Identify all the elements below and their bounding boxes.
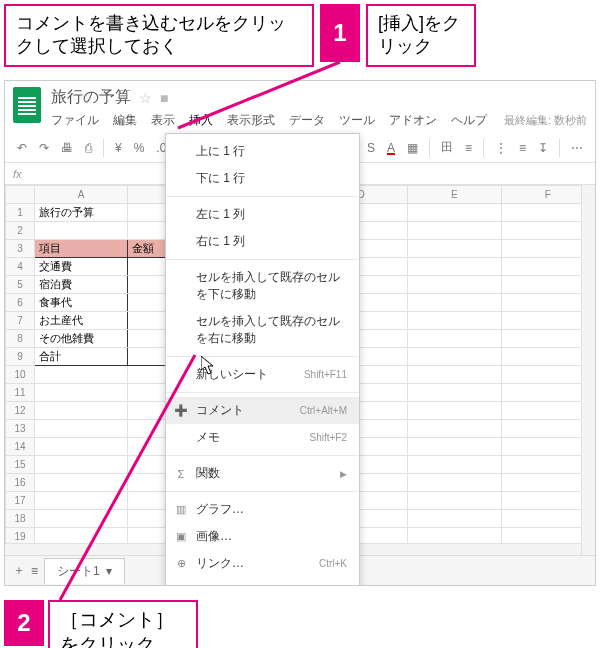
cell-A3[interactable]: 項目 [35,240,128,258]
menu-item-左に 1 列[interactable]: 左に 1 列 [166,201,359,228]
row-header-8[interactable]: 8 [6,330,35,348]
cell-A1[interactable]: 旅行の予算 [35,204,128,222]
menu-item-画像…[interactable]: ▣画像… [166,523,359,550]
cell-E4[interactable] [408,258,501,276]
add-sheet-button[interactable]: ＋ [13,562,25,579]
cell-A18[interactable] [35,510,128,528]
cell-A17[interactable] [35,492,128,510]
menu-item-新しいシート[interactable]: 新しいシートShift+F11 [166,361,359,388]
sheet-tab-1[interactable]: シート1 ▾ [44,558,125,584]
cell-E3[interactable] [408,240,501,258]
merge-button[interactable]: ≡ [461,139,476,157]
cell-A14[interactable] [35,438,128,456]
menu-データ[interactable]: データ [289,112,325,129]
row-header-11[interactable]: 11 [6,384,35,402]
menu-item-セルを挿入して既存のセルを下に移動[interactable]: セルを挿入して既存のセルを下に移動 [166,264,359,308]
cell-E8[interactable] [408,330,501,348]
cell-E14[interactable] [408,438,501,456]
cell-A4[interactable]: 交通費 [35,258,128,276]
valign-button[interactable]: ≡ [515,139,530,157]
row-header-9[interactable]: 9 [6,348,35,366]
menu-item-フォーム…[interactable]: ▭フォーム… [166,577,359,586]
cell-E12[interactable] [408,402,501,420]
cell-A16[interactable] [35,474,128,492]
menu-ヘルプ[interactable]: ヘルプ [451,112,487,129]
row-header-15[interactable]: 15 [6,456,35,474]
sheets-logo-icon[interactable] [13,87,41,123]
wrap-button[interactable]: ↧ [534,139,552,157]
cell-E15[interactable] [408,456,501,474]
row-header-1[interactable]: 1 [6,204,35,222]
menu-表示[interactable]: 表示 [151,112,175,129]
row-header-4[interactable]: 4 [6,258,35,276]
menu-item-リンク…[interactable]: ⊕リンク…Ctrl+K [166,550,359,577]
cell-A9[interactable]: 合計 [35,348,128,366]
cell-E2[interactable] [408,222,501,240]
menu-item-メモ[interactable]: メモShift+F2 [166,424,359,451]
vertical-scrollbar[interactable] [581,185,595,555]
strike-button[interactable]: S [363,139,379,157]
folder-icon[interactable]: ■ [160,90,168,106]
borders-button[interactable]: 田 [437,137,457,158]
cell-E5[interactable] [408,276,501,294]
row-header-17[interactable]: 17 [6,492,35,510]
row-header-2[interactable]: 2 [6,222,35,240]
row-header-16[interactable]: 16 [6,474,35,492]
menu-item-セルを挿入して既存のセルを右に移動[interactable]: セルを挿入して既存のセルを右に移動 [166,308,359,352]
cell-E1[interactable] [408,204,501,222]
cell-A7[interactable]: お土産代 [35,312,128,330]
cell-A10[interactable] [35,366,128,384]
row-header-6[interactable]: 6 [6,294,35,312]
menu-item-コメント[interactable]: ➕コメントCtrl+Alt+M [166,397,359,424]
cell-E7[interactable] [408,312,501,330]
row-header-14[interactable]: 14 [6,438,35,456]
cell-A11[interactable] [35,384,128,402]
row-header-5[interactable]: 5 [6,276,35,294]
cell-A12[interactable] [35,402,128,420]
menu-item-グラフ…[interactable]: ▥グラフ… [166,496,359,523]
row-header-3[interactable]: 3 [6,240,35,258]
currency-button[interactable]: ¥ [111,139,126,157]
menu-item-関数[interactable]: Σ関数▶ [166,460,359,487]
cell-A5[interactable]: 宿泊費 [35,276,128,294]
select-all-corner[interactable] [6,186,35,204]
menu-編集[interactable]: 編集 [113,112,137,129]
menu-アドオン[interactable]: アドオン [389,112,437,129]
menu-item-上に 1 行[interactable]: 上に 1 行 [166,138,359,165]
cell-E18[interactable] [408,510,501,528]
print-button[interactable]: 🖶 [57,139,77,157]
menu-挿入[interactable]: 挿入 [189,112,213,129]
menu-item-下に 1 行[interactable]: 下に 1 行 [166,165,359,192]
cell-A2[interactable] [35,222,128,240]
cell-E6[interactable] [408,294,501,312]
row-header-10[interactable]: 10 [6,366,35,384]
star-icon[interactable]: ☆ [139,90,152,106]
cell-E17[interactable] [408,492,501,510]
column-header-E[interactable]: E [408,186,501,204]
all-sheets-button[interactable]: ≡ [31,564,38,578]
paint-button[interactable]: ⎙ [81,139,96,157]
cell-A15[interactable] [35,456,128,474]
menu-item-右に 1 列[interactable]: 右に 1 列 [166,228,359,255]
cell-A8[interactable]: その他雑費 [35,330,128,348]
cell-E13[interactable] [408,420,501,438]
row-header-13[interactable]: 13 [6,420,35,438]
cell-A13[interactable] [35,420,128,438]
redo-button[interactable]: ↷ [35,139,53,157]
cell-E9[interactable] [408,348,501,366]
cell-E16[interactable] [408,474,501,492]
column-header-A[interactable]: A [35,186,128,204]
row-header-12[interactable]: 12 [6,402,35,420]
undo-button[interactable]: ↶ [13,139,31,157]
row-header-7[interactable]: 7 [6,312,35,330]
menu-ファイル[interactable]: ファイル [51,112,99,129]
cell-A6[interactable]: 食事代 [35,294,128,312]
more-button[interactable]: ⋯ [567,139,587,157]
text-color-button[interactable]: A [383,139,399,157]
halign-button[interactable]: ⋮ [491,139,511,157]
sheet-tab-menu-icon[interactable]: ▾ [106,564,112,578]
document-title[interactable]: 旅行の予算 [51,87,131,108]
menu-表示形式[interactable]: 表示形式 [227,112,275,129]
cell-E11[interactable] [408,384,501,402]
cell-E10[interactable] [408,366,501,384]
